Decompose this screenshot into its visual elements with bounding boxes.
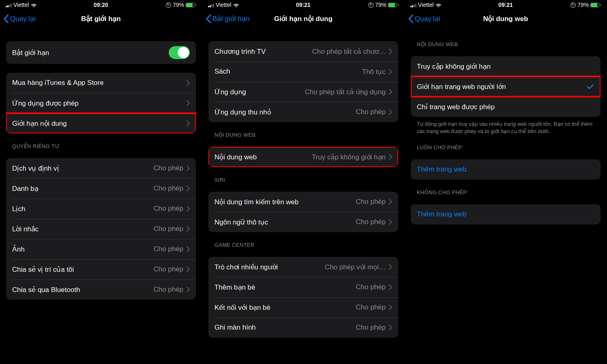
back-label: Quay lại [10, 15, 36, 23]
row-label: Ghi màn hình [214, 324, 256, 332]
chevron-left-icon [4, 15, 9, 23]
row-value: Cho phép tất cả ứng dụng [305, 88, 386, 96]
row-value: Thô tục [362, 68, 386, 76]
phone-screen-2: Viettel 09:21 ↻ 79% Bật giới hạn Giới hạ… [202, 0, 405, 364]
row-label: Ứng dụng thu nhỏ [214, 108, 271, 116]
section-footer: Tự động giới hạn truy cập vào nhiều tran… [417, 121, 594, 135]
row-itunes-appstore[interactable]: Mua hàng iTunes & App Store [6, 73, 196, 93]
chevron-right-icon [187, 267, 190, 272]
row-share-my-location[interactable]: Chia sẻ vị trí của tôi Cho phép [6, 259, 196, 279]
chevron-right-icon [187, 246, 190, 252]
row-value: Cho phép [356, 108, 386, 116]
section-header: GAME CENTER [214, 242, 392, 248]
row-value: Cho phép [153, 265, 183, 273]
row-label: Lịch [12, 205, 25, 213]
section-header: LUÔN CHO PHÉP: [417, 144, 594, 150]
row-label: Chia sẻ vị trí của tôi [12, 265, 74, 274]
row-label: Ứng dụng được phép [12, 99, 79, 108]
row-label: Lời nhắc [12, 225, 38, 233]
row-label: Thêm trang web [417, 165, 467, 174]
row-calendars[interactable]: Lịch Cho phép [6, 199, 196, 219]
section-header: NỘI DUNG WEB [417, 41, 594, 47]
row-value: Cho phép [153, 164, 183, 172]
row-web-search-content[interactable]: Nội dung tìm kiếm trên web Cho phép [208, 192, 398, 212]
settings-group: Thêm trang web [411, 204, 601, 224]
settings-content: Chương trình TV Cho phép tất cả chươ… Sá… [202, 28, 404, 338]
row-explicit-language[interactable]: Ngôn ngữ thô tục Cho phép [208, 212, 398, 232]
nav-bar: Quay lại Nội dung web [405, 10, 607, 28]
chevron-right-icon [187, 186, 190, 191]
row-connect-friends[interactable]: Kết nối với bạn bè Cho phép [208, 297, 398, 317]
settings-content: NỘI DUNG WEB Truy cập không giới hạn Giớ… [405, 28, 607, 224]
settings-group: Chương trình TV Cho phép tất cả chươ… Sá… [208, 41, 398, 122]
row-reminders[interactable]: Lời nhắc Cho phép [6, 219, 196, 239]
row-value: Cho phép [356, 218, 386, 226]
row-tv-shows[interactable]: Chương trình TV Cho phép tất cả chươ… [208, 41, 398, 61]
section-header: QUYỀN RIÊNG TƯ [12, 143, 190, 149]
settings-group: Nội dung tìm kiếm trên web Cho phép Ngôn… [208, 192, 398, 232]
row-label: Chương trình TV [214, 47, 266, 56]
row-contacts[interactable]: Danh bạ Cho phép [6, 178, 196, 199]
row-label: Ứng dụng [214, 88, 246, 96]
back-button[interactable]: Quay lại [405, 15, 440, 23]
chevron-right-icon [389, 69, 392, 74]
row-books[interactable]: Sách Thô tục [208, 61, 398, 82]
settings-group: Dịch vụ định vị Cho phép Danh bạ Cho phé… [6, 158, 196, 300]
row-label: Nội dung tìm kiếm trên web [214, 198, 299, 206]
row-screen-recording[interactable]: Ghi màn hình Cho phép [208, 317, 398, 338]
chevron-right-icon [187, 206, 190, 212]
row-web-content[interactable]: Nội dung web Truy cập không giới hạn [208, 147, 398, 167]
chevron-right-icon [187, 121, 190, 126]
row-value: Cho phép [153, 205, 183, 213]
row-label: Nội dung web [214, 153, 257, 161]
checkmark-icon [586, 83, 594, 91]
row-photos[interactable]: Ảnh Cho phép [6, 239, 196, 259]
option-limit-adult[interactable]: Giới hạn trang web người lớn [411, 76, 601, 97]
add-website-deny[interactable]: Thêm trang web [411, 204, 601, 224]
chevron-right-icon [389, 154, 392, 160]
row-apps[interactable]: Ứng dụng Cho phép tất cả ứng dụng [208, 82, 398, 102]
settings-group: Thêm trang web [411, 159, 601, 180]
back-button[interactable]: Quay lại [0, 15, 36, 23]
option-allowed-only[interactable]: Chỉ trang web được phép [411, 97, 601, 117]
nav-bar: Quay lại Bật giới hạn [0, 10, 202, 28]
row-value: Cho phép [153, 184, 183, 193]
chevron-right-icon [389, 49, 392, 54]
row-label: Truy cập không giới hạn [417, 62, 490, 71]
row-adding-friends[interactable]: Thêm bạn bè Cho phép [208, 277, 398, 297]
back-button[interactable]: Bật giới hạn [202, 15, 249, 23]
row-multiplayer[interactable]: Trò chơi nhiều người Cho phép với mọi… [208, 257, 398, 277]
row-allowed-apps[interactable]: Ứng dụng được phép [6, 93, 196, 113]
row-content-restrictions[interactable]: Giới hạn nội dung [6, 113, 196, 133]
enable-restrictions-switch[interactable] [169, 46, 190, 59]
chevron-left-icon [206, 15, 211, 23]
row-value: Cho phép [356, 198, 386, 206]
chevron-right-icon [187, 287, 190, 292]
add-website-allow[interactable]: Thêm trang web [411, 159, 601, 180]
clock: 09:20 [0, 2, 202, 8]
chevron-right-icon [389, 219, 392, 225]
row-label: Chỉ trang web được phép [417, 103, 495, 111]
row-bluetooth-sharing[interactable]: Chia sẻ qua Bluetooth Cho phép [6, 279, 196, 300]
option-unrestricted[interactable]: Truy cập không giới hạn [411, 56, 601, 76]
row-app-clips[interactable]: Ứng dụng thu nhỏ Cho phép [208, 102, 398, 122]
clock: 09:21 [405, 2, 607, 8]
status-bar: Viettel 09:20 ↻ 79% [0, 0, 202, 10]
settings-group: Mua hàng iTunes & App Store Ứng dụng đượ… [6, 73, 196, 133]
row-value: Cho phép [356, 283, 386, 291]
nav-bar: Bật giới hạn Giới hạn nội dung [202, 10, 404, 28]
row-value: Cho phép [356, 324, 386, 332]
chevron-right-icon [389, 325, 392, 330]
row-value: Cho phép [153, 286, 183, 294]
settings-group: Trò chơi nhiều người Cho phép với mọi… T… [208, 257, 398, 338]
section-header: NỘI DUNG WEB [214, 132, 392, 138]
chevron-right-icon [187, 100, 190, 106]
back-label: Bật giới hạn [212, 15, 249, 23]
row-label: Thêm bạn bè [214, 283, 255, 292]
chevron-right-icon [389, 89, 392, 95]
chevron-right-icon [187, 226, 190, 232]
row-location-services[interactable]: Dịch vụ định vị Cho phép [6, 158, 196, 178]
row-value: Cho phép tất cả chươ… [312, 47, 386, 56]
chevron-right-icon [389, 109, 392, 115]
row-value: Cho phép [153, 245, 183, 253]
